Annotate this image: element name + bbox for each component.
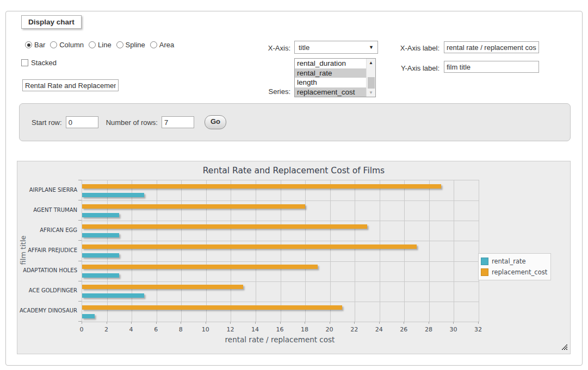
y-tick-mark <box>78 180 82 180</box>
grid-line-horizontal <box>82 261 479 262</box>
bar-rental_rate <box>82 314 95 318</box>
go-button[interactable]: Go <box>205 115 226 129</box>
x-tick-label: 12 <box>219 326 241 333</box>
bar-replacement_cost <box>82 244 417 249</box>
legend-swatch <box>481 268 488 276</box>
radio-icon[interactable] <box>116 41 123 48</box>
y-tick-mark <box>78 240 82 241</box>
x-axis-label-text: X-Axis label: <box>349 44 440 52</box>
chart-legend: rental_ratereplacement_cost <box>478 253 551 280</box>
grid-line-vertical <box>429 180 430 322</box>
x-tick-mark <box>255 322 256 324</box>
x-tick-label: 16 <box>269 326 291 333</box>
x-tick-label: 4 <box>120 326 142 333</box>
grid-line-vertical <box>330 180 331 322</box>
fieldset-legend-text: Display chart <box>28 18 75 26</box>
grid-line-horizontal <box>82 281 479 282</box>
grid-line-vertical <box>355 180 355 322</box>
series-listbox-label: Series: <box>237 87 290 96</box>
number-of-rows-label: Number of rows: <box>106 118 158 127</box>
x-tick-mark <box>156 322 157 324</box>
y-category-label: ACE GOLDFINGER <box>17 287 77 293</box>
radio-label: Bar <box>34 41 45 49</box>
x-axis-title: rental rate / replacement cost <box>82 335 478 344</box>
x-tick-label: 6 <box>145 326 167 333</box>
bar-rental_rate <box>82 273 119 278</box>
chart-type-option-spline[interactable]: Spline <box>116 41 145 49</box>
plot-area <box>82 180 479 322</box>
x-tick-mark <box>354 322 355 324</box>
grid-line-vertical <box>256 180 256 322</box>
start-row-input[interactable] <box>66 116 98 128</box>
y-category-label: ADAPTATION HOLES <box>17 267 77 273</box>
grid-line-horizontal <box>82 302 479 302</box>
bar-replacement_cost <box>82 285 243 289</box>
scroll-down-icon[interactable]: ▼ <box>367 89 375 97</box>
x-tick-label: 24 <box>368 326 390 333</box>
radio-icon[interactable] <box>50 41 57 48</box>
grid-line-vertical <box>157 180 157 322</box>
x-tick-mark <box>181 322 181 324</box>
y-tick-mark <box>78 200 82 200</box>
chart-type-option-area[interactable]: Area <box>150 41 174 49</box>
bar-replacement_cost <box>82 224 367 229</box>
bar-rental_rate <box>82 213 119 217</box>
grid-line-vertical <box>107 180 108 322</box>
bar-rental_rate <box>82 233 119 237</box>
x-tick-mark <box>82 322 82 324</box>
x-tick-mark <box>379 322 380 324</box>
y-axis-label-input[interactable] <box>444 61 539 73</box>
x-tick-label: 2 <box>96 326 117 333</box>
chart-type-option-bar[interactable]: Bar <box>25 41 45 49</box>
number-of-rows-input[interactable] <box>162 116 194 128</box>
x-axis-select-label: X-Axis: <box>237 44 290 52</box>
x-tick-label: 20 <box>319 326 341 333</box>
legend-entry-rental_rate: rental_rate <box>481 256 547 267</box>
grid-line-vertical <box>380 180 380 322</box>
radio-label: Line <box>98 41 112 49</box>
grid-line-horizontal <box>82 241 479 241</box>
x-tick-label: 22 <box>343 326 365 333</box>
x-tick-label: 18 <box>294 326 315 333</box>
x-tick-mark <box>453 322 454 324</box>
radio-label: Area <box>159 41 174 49</box>
bar-rental_rate <box>82 193 144 197</box>
radio-icon[interactable] <box>89 41 96 48</box>
x-tick-mark <box>206 322 206 324</box>
x-tick-label: 14 <box>244 326 266 333</box>
x-tick-mark <box>305 322 305 324</box>
radio-label: Spline <box>126 41 145 49</box>
chart-type-option-column[interactable]: Column <box>50 41 84 49</box>
y-tick-mark <box>78 220 82 221</box>
row-range-panel: Start row: Number of rows: Go <box>19 103 571 141</box>
y-category-label: AFRICAN EGG <box>17 227 77 233</box>
x-tick-mark <box>478 322 479 324</box>
y-category-label: AIRPLANE SIERRA <box>17 187 77 193</box>
x-tick-mark <box>404 322 404 324</box>
grid-line-vertical <box>305 180 306 322</box>
series-option-replacement_cost[interactable]: replacement_cost <box>295 87 366 97</box>
chart-title-input[interactable] <box>22 79 119 91</box>
bar-replacement_cost <box>82 184 441 189</box>
radio-icon[interactable] <box>150 41 157 48</box>
stacked-checkbox-row[interactable]: Stacked <box>21 59 57 67</box>
bar-rental_rate <box>82 253 119 258</box>
y-tick-mark <box>78 301 82 302</box>
bar-replacement_cost <box>82 305 342 310</box>
grid-line-horizontal <box>82 200 479 201</box>
bar-rental_rate <box>82 293 144 298</box>
series-option-length[interactable]: length <box>295 78 366 87</box>
x-tick-label: 32 <box>467 326 489 333</box>
chart-title: Rental Rate and Replacement Cost of Film… <box>17 166 570 175</box>
chart-type-option-line[interactable]: Line <box>89 41 112 49</box>
y-tick-mark <box>78 261 82 261</box>
scrollbar-thumb[interactable] <box>368 77 375 89</box>
grid-line-vertical <box>231 180 231 322</box>
bar-replacement_cost <box>82 265 318 269</box>
stacked-checkbox[interactable] <box>21 59 28 66</box>
y-tick-mark <box>78 281 82 281</box>
resize-handle-icon[interactable] <box>562 344 568 350</box>
radio-icon[interactable] <box>25 41 32 48</box>
x-axis-label-input[interactable] <box>444 41 539 53</box>
grid-line-vertical <box>132 180 132 322</box>
